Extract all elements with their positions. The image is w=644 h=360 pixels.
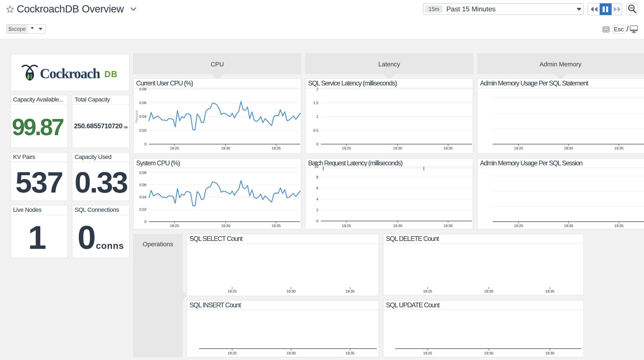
svg-text:0: 0 [144, 142, 146, 146]
svg-text:19:25: 19:25 [342, 146, 351, 150]
svg-text:4: 4 [316, 197, 318, 201]
svg-text:1: 1 [316, 115, 318, 119]
svg-text:19:25: 19:25 [514, 224, 523, 228]
svg-text:19:25: 19:25 [342, 224, 351, 228]
svg-text:10: 10 [314, 165, 318, 169]
svg-text:0.5: 0.5 [313, 128, 318, 133]
svg-text:6: 6 [316, 186, 318, 190]
svg-text:0: 0 [316, 219, 318, 223]
svg-text:19:25: 19:25 [514, 146, 523, 150]
svg-text:8: 8 [316, 175, 318, 179]
svg-text:0.08: 0.08 [139, 171, 146, 175]
svg-text:0: 0 [316, 142, 318, 146]
svg-text:19:25: 19:25 [228, 289, 237, 293]
svg-text:19:35: 19:35 [444, 224, 453, 228]
svg-text:19:30: 19:30 [564, 146, 573, 150]
svg-text:Percent: Percent [135, 110, 139, 123]
svg-text:19:25: 19:25 [170, 224, 179, 228]
svg-text:19:30: 19:30 [393, 146, 402, 150]
svg-text:0.04: 0.04 [139, 115, 146, 119]
svg-text:19:25: 19:25 [170, 146, 179, 150]
svg-text:19:30: 19:30 [287, 289, 296, 293]
svg-text:19:30: 19:30 [393, 224, 402, 228]
svg-text:19:35: 19:35 [444, 146, 453, 150]
svg-text:19:35: 19:35 [614, 224, 624, 228]
svg-text:0.06: 0.06 [139, 101, 146, 105]
svg-text:0.06: 0.06 [139, 183, 146, 187]
svg-text:2: 2 [316, 87, 318, 91]
svg-text:19:30: 19:30 [484, 351, 494, 355]
svg-text:19:35: 19:35 [546, 289, 554, 293]
svg-text:2: 2 [316, 208, 318, 212]
svg-text:19:25: 19:25 [423, 351, 432, 355]
svg-text:19:35: 19:35 [346, 289, 355, 293]
svg-text:19:25: 19:25 [228, 351, 237, 355]
svg-text:19:30: 19:30 [564, 224, 573, 228]
svg-text:0.02: 0.02 [139, 128, 146, 133]
svg-text:19:30: 19:30 [221, 224, 230, 228]
svg-text:19:35: 19:35 [546, 351, 554, 355]
svg-text:19:30: 19:30 [484, 289, 494, 293]
svg-text:19:30: 19:30 [221, 146, 230, 150]
svg-text:0: 0 [144, 220, 146, 224]
svg-text:1.5: 1.5 [313, 101, 318, 105]
svg-text:19:35: 19:35 [272, 146, 281, 150]
svg-text:19:35: 19:35 [346, 351, 355, 355]
svg-text:19:35: 19:35 [614, 146, 624, 150]
svg-text:0.02: 0.02 [139, 208, 146, 212]
svg-text:0.08: 0.08 [139, 87, 146, 91]
svg-text:19:35: 19:35 [272, 224, 281, 228]
svg-text:19:30: 19:30 [287, 351, 296, 355]
svg-text:19:25: 19:25 [423, 289, 432, 293]
svg-text:0.04: 0.04 [139, 195, 146, 199]
